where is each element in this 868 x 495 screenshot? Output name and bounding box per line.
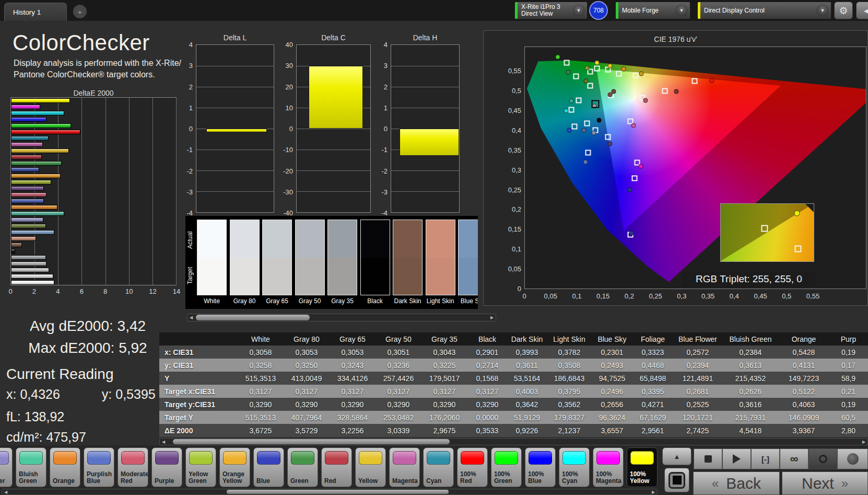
- patch-button-label: Bluish Green: [17, 471, 45, 485]
- table-row-label: y: CIE31: [159, 361, 238, 370]
- y-tick-label: 0,3: [498, 166, 521, 174]
- stop-button[interactable]: [694, 448, 722, 469]
- pattern-window-button[interactable]: [664, 468, 689, 492]
- patch-button-Cyan[interactable]: Cyan: [423, 447, 454, 487]
- swatch-target: [296, 258, 324, 295]
- gridline: [196, 170, 274, 171]
- x-tick-label: 2: [32, 287, 36, 295]
- deltae-bar-White: [11, 280, 54, 285]
- chevron-down-icon[interactable]: ▼: [675, 4, 688, 17]
- record-button[interactable]: [837, 448, 868, 469]
- table-row: Target x:CIE310,31270,31270,31270,31270,…: [159, 385, 868, 398]
- tab-history-1[interactable]: History 1: [4, 3, 67, 21]
- table-scrollbar-thumb[interactable]: [173, 439, 450, 444]
- gear-icon: ⚙: [839, 5, 848, 17]
- plot-area: [391, 44, 460, 213]
- target-marker: [616, 71, 622, 76]
- patch-button-100% Yellow[interactable]: 100% Yellow: [627, 447, 658, 487]
- table-cell: 0,3782: [547, 348, 592, 356]
- source-dropdown[interactable]: Mobile Forge ▼: [615, 2, 690, 19]
- swatch-actual: [426, 220, 455, 258]
- rgb-triplet-readout: RGB Triplet: 255, 255, 0: [682, 271, 816, 287]
- patch-button-Red[interactable]: Red: [321, 447, 352, 487]
- gridline: [196, 108, 274, 108]
- patch-button-100% Magenta[interactable]: 100% Magenta: [593, 447, 624, 487]
- patch-scrollbar-thumb[interactable]: [227, 490, 449, 494]
- patch-button-label: Green: [288, 478, 317, 485]
- table-cell: 0,0000: [467, 413, 507, 422]
- table-scrollbar[interactable]: ◀ ▶: [159, 438, 868, 445]
- table-cell: 0,3323: [632, 348, 673, 356]
- table-cell: 0,2525: [673, 400, 722, 409]
- scroll-right-icon[interactable]: ▶: [650, 489, 657, 494]
- collapse-panel-button[interactable]: ◀: [856, 2, 868, 19]
- table-cell: 0,2493: [592, 361, 632, 370]
- patch-scrollbar[interactable]: ◀ ▶: [2, 489, 658, 495]
- table-cell: 0,3533: [467, 427, 507, 435]
- patch-button-Orange[interactable]: Orange: [50, 447, 80, 487]
- single-measure-button[interactable]: [-]: [751, 448, 780, 469]
- chart-title: Delta L: [196, 33, 274, 42]
- plot-area: [196, 44, 274, 213]
- table-cell: 60,5: [829, 413, 868, 422]
- control-dropdown[interactable]: Direct Display Control ▼: [697, 2, 831, 19]
- measured-marker: [629, 231, 634, 235]
- continuous-measure-button[interactable]: ∞: [780, 448, 808, 469]
- patch-button-100% Red[interactable]: 100% Red: [457, 447, 488, 487]
- patch-button-Blue Flower[interactable]: Blue Flower: [0, 447, 13, 487]
- patch-button-Yellow[interactable]: Yellow: [355, 447, 386, 487]
- patch-button-Purplish Blue[interactable]: Purplish Blue: [84, 447, 114, 487]
- y-tick-label: -2: [178, 167, 193, 175]
- patch-button-Blue[interactable]: Blue: [253, 447, 284, 487]
- patch-button-Yellow Green[interactable]: Yellow Green: [185, 447, 216, 487]
- gridline: [297, 191, 370, 192]
- bottom-bar: Blue FlowerBluish GreenOrangePurplish Bl…: [0, 445, 868, 495]
- frame-step-icon: [-]: [761, 455, 769, 464]
- x-tick-label: 0,05: [544, 292, 557, 300]
- deltae-bar-row: [11, 204, 176, 211]
- swatch-scrollbar[interactable]: ◀ ▶: [187, 314, 496, 321]
- scroll-left-icon[interactable]: ◀: [160, 439, 167, 445]
- table-cell: 0,2626: [722, 387, 779, 396]
- table-cell: 413,0049: [284, 374, 330, 383]
- y-tick-label: 0,4: [498, 126, 521, 134]
- expand-patches-button[interactable]: ▲: [662, 447, 691, 465]
- swatch-scrollbar-thumb[interactable]: [196, 315, 310, 320]
- meter-dropdown[interactable]: X-Rite i1Pro 3 Direct View ▼: [514, 2, 588, 19]
- patch-button-Orange Yellow[interactable]: Orange Yellow: [219, 447, 250, 487]
- patch-button-Moderate Red[interactable]: Moderate Red: [118, 447, 148, 487]
- cie-title: CIE 1976 u'v': [484, 35, 867, 43]
- play-button[interactable]: [722, 448, 751, 469]
- chevron-down-icon[interactable]: ▼: [816, 4, 829, 17]
- add-tab-button[interactable]: +: [73, 5, 87, 18]
- next-button[interactable]: Next »: [782, 471, 868, 495]
- chevron-down-icon[interactable]: ▼: [572, 4, 585, 17]
- settings-button[interactable]: ⚙: [834, 2, 853, 19]
- swatch-target: [426, 258, 455, 295]
- swatch-actual: [393, 220, 422, 258]
- patch-button-100% Green[interactable]: 100% Green: [491, 447, 522, 487]
- table-cell: 186,6843: [547, 374, 592, 383]
- refresh-button[interactable]: [808, 448, 837, 469]
- measured-marker: [607, 142, 612, 146]
- patch-button-Bluish Green[interactable]: Bluish Green: [16, 447, 46, 487]
- cie-zoom-inset: [720, 203, 814, 262]
- patch-button-100% Blue[interactable]: 100% Blue: [525, 447, 556, 487]
- patch-button-100% Cyan[interactable]: 100% Cyan: [559, 447, 590, 487]
- measured-marker: [674, 89, 678, 94]
- back-button[interactable]: « Back: [693, 471, 780, 495]
- patch-button-Green[interactable]: Green: [287, 447, 318, 487]
- measured-marker: [594, 61, 599, 65]
- deltae-bar-row: [11, 160, 176, 167]
- scroll-right-icon[interactable]: ▶: [488, 314, 496, 321]
- swatch-actual: [361, 220, 390, 258]
- table-cell: 215,7931: [722, 413, 779, 422]
- deltae-bar-100% Green: [11, 123, 71, 128]
- patch-button-Magenta[interactable]: Magenta: [389, 447, 420, 487]
- deltae-bar-row: [11, 280, 176, 286]
- scroll-left-icon[interactable]: ◀: [2, 489, 9, 494]
- scroll-right-icon[interactable]: ▶: [860, 439, 867, 445]
- scroll-left-icon[interactable]: ◀: [187, 314, 195, 321]
- y-tick-label: 0,55: [498, 67, 521, 75]
- patch-button-Purple[interactable]: Purple: [151, 447, 182, 487]
